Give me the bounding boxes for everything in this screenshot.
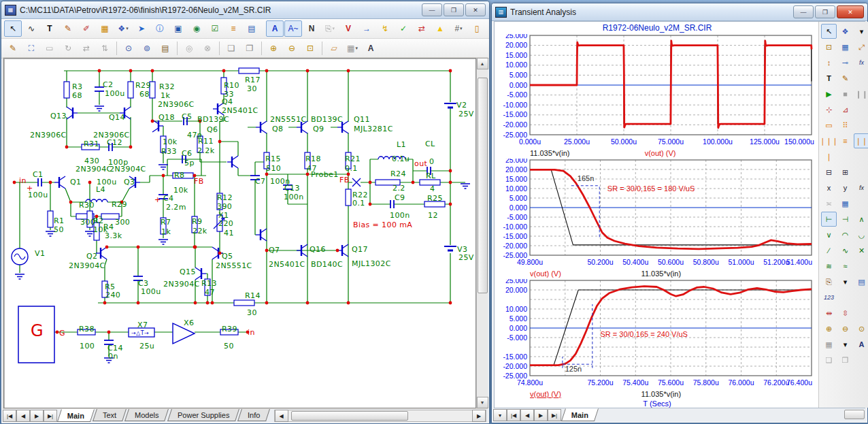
graphics-menu-arrow-icon[interactable]: ▾ <box>854 24 868 39</box>
plot-overlap-icon[interactable]: ❘ <box>821 149 837 164</box>
select-all-icon[interactable]: ⛶ <box>22 40 40 56</box>
schematic-canvas[interactable]: R368C2100uR2968R321k2N3906CR1033R1730Q42… <box>3 58 476 408</box>
legend-item[interactable]: 11.035*v(in) <box>641 390 682 398</box>
fx-scale-icon[interactable]: fx <box>854 180 868 195</box>
tag-point-mode-icon[interactable]: ⊸ <box>837 55 853 70</box>
cursor-branch-mode-icon[interactable]: ⊿ <box>837 102 853 117</box>
find-icon[interactable]: ⊙ <box>120 40 137 56</box>
show-power-icon[interactable]: ↯ <box>376 20 394 37</box>
tag-formula-mode-icon[interactable]: fx <box>854 55 868 70</box>
check-model-mode-icon[interactable]: ▤ <box>243 20 261 37</box>
show-node-voltages-icon[interactable]: V <box>339 20 357 37</box>
page-nav-prev-icon[interactable]: ◀ <box>16 410 30 422</box>
envelope-bottom-icon[interactable]: ≈ <box>837 259 853 274</box>
numeric-output-icon[interactable]: ▤ <box>854 274 868 289</box>
plot-properties-icon[interactable]: ✎ <box>837 71 853 86</box>
go-to-inflection-icon[interactable]: ∿ <box>837 243 853 258</box>
cursor-mode-icon[interactable]: ⊹ <box>821 102 837 117</box>
x-scale-icon[interactable]: x <box>821 180 837 195</box>
link-mode-icon[interactable]: ◉ <box>188 20 205 37</box>
region-enable-mode-icon[interactable]: ☑ <box>206 20 224 37</box>
shape-menu-icon[interactable]: ❖▾ <box>114 20 132 37</box>
horizontal-scroll-thumb[interactable] <box>291 411 408 421</box>
tile-arrow-icon[interactable]: ▾ <box>837 337 853 352</box>
digital-path-mode-icon[interactable]: ≡ <box>224 20 242 37</box>
page-preview-icon[interactable]: ▱ <box>325 40 343 56</box>
bring-to-front-icon[interactable]: ❏ <box>222 40 240 56</box>
zoom-in-icon[interactable]: ⊕ <box>265 40 282 56</box>
legend-item[interactable]: 11.035*v(in) <box>641 270 682 278</box>
restore-button[interactable]: ❐ <box>815 5 835 18</box>
vertical-scale-mode-icon[interactable]: ↕ <box>821 55 837 70</box>
zoom-in-icon[interactable]: ⊕ <box>821 321 837 336</box>
point-tag-mode-icon[interactable]: ▣ <box>169 20 187 37</box>
page-nav-first-icon[interactable]: |◀ <box>3 410 16 422</box>
go-to-crossing-icon[interactable]: ✕ <box>854 243 868 258</box>
scroll-down-icon[interactable]: ▼ <box>477 397 488 408</box>
go-to-peak-icon[interactable]: ∧ <box>854 212 868 227</box>
legend-item[interactable]: v(out) (V) <box>530 390 561 398</box>
tab-main[interactable]: Main <box>561 408 599 421</box>
schematic-vertical-scrollbar[interactable]: ▲ ▼ <box>476 58 488 408</box>
edit-table-icon[interactable]: ▦ <box>837 196 853 211</box>
zoom-100-icon[interactable]: ⊙ <box>854 321 868 336</box>
show-pin-connections-icon[interactable]: ⇄ <box>413 20 431 37</box>
show-currents-icon[interactable]: → <box>358 20 375 37</box>
schematic-titlebar[interactable]: ▦ C:\MC11\DATA\Petrov\R1972-06\finish\R1… <box>1 1 489 19</box>
change-log-icon[interactable]: ▤ <box>156 40 174 56</box>
go-to-valley-icon[interactable]: ∨ <box>821 227 837 242</box>
vertical-scroll-thumb[interactable] <box>478 78 488 293</box>
envelope-top-icon[interactable]: ≋ <box>821 259 837 274</box>
component-browser-icon[interactable]: ▦ <box>96 20 114 37</box>
scale-mode-icon[interactable]: ⤢ <box>854 39 868 54</box>
plot-canvas[interactable]: 125nSR = 30/0,165 = 240 V/uS25.00020.000… <box>496 279 818 388</box>
page-nav-next-icon[interactable]: ▶ <box>30 410 44 422</box>
data-point-labels-icon[interactable]: 123 <box>821 290 837 305</box>
wire-mode-icon[interactable]: ∿ <box>22 20 40 37</box>
close-button[interactable]: ✕ <box>465 3 486 16</box>
zoom-out-icon[interactable]: ⊖ <box>283 40 301 56</box>
tile-menu-icon[interactable]: ▦▾ <box>344 40 361 56</box>
tab-power-supplies[interactable]: Power Supplies <box>167 409 239 421</box>
plot-group-1-icon[interactable]: ❘❘❘ <box>821 133 837 148</box>
go-to-low-icon[interactable]: ◡ <box>854 227 868 242</box>
graphics-menu-icon[interactable]: ❖ <box>837 24 853 39</box>
tab-main[interactable]: Main <box>57 409 95 422</box>
select-mode-icon[interactable]: ↖ <box>821 24 837 39</box>
font-icon[interactable]: A <box>854 337 868 352</box>
legend-item[interactable]: v(out) (V) <box>645 149 676 157</box>
horizontal-scroll-thumb[interactable] <box>844 410 865 419</box>
send-to-back-icon[interactable]: ❐ <box>241 40 258 56</box>
close-button[interactable]: ✕ <box>837 5 864 18</box>
info-mode-icon[interactable]: ➤ <box>133 20 150 37</box>
axes-settings-icon[interactable]: ⊞ <box>837 165 853 180</box>
horizontal-axis-settings-icon[interactable]: ⊟ <box>821 165 837 180</box>
grid-menu-icon[interactable]: #▾ <box>450 20 467 37</box>
scroll-up-icon[interactable]: ▲ <box>477 58 488 69</box>
zoom-out-icon[interactable]: ⊖ <box>837 321 853 336</box>
zoom-window-icon[interactable]: ⊡ <box>821 39 837 54</box>
minimize-button[interactable]: — <box>793 5 814 18</box>
attributes-icon[interactable]: ✎ <box>4 40 22 56</box>
legend-item[interactable]: 11.035*v(in) <box>530 149 570 157</box>
scale-x-axes-icon[interactable]: ⇹ <box>821 306 837 321</box>
cursor-track-icon[interactable]: ⊣ <box>837 212 853 227</box>
y-scale-icon[interactable]: y <box>837 180 853 195</box>
scroll-right-icon[interactable]: ▶ <box>472 410 486 422</box>
cursor-value-icon[interactable]: ⊢ <box>821 212 837 227</box>
data-points-icon[interactable]: ⠿ <box>837 118 853 133</box>
page-nav-prev-icon[interactable]: ◀ <box>520 409 534 421</box>
tile-windows-icon[interactable]: ▦ <box>821 337 837 352</box>
text-mode-icon[interactable]: T <box>41 20 59 37</box>
show-border-icon[interactable]: ▯ <box>468 20 486 37</box>
plot-grouped-icon[interactable]: ≡ <box>837 133 853 148</box>
show-warnings-icon[interactable]: ▲ <box>431 20 449 37</box>
font-icon[interactable]: A <box>362 40 380 56</box>
select-mode-icon[interactable]: ↖ <box>4 20 22 37</box>
page-nav-last-icon[interactable]: ▶| <box>548 409 561 421</box>
legend-item[interactable]: v(out) (V) <box>530 270 561 278</box>
restore-button[interactable]: ❐ <box>444 3 464 16</box>
tab-info[interactable]: Info <box>237 409 270 421</box>
go-to-slope-icon[interactable]: ∕ <box>821 243 837 258</box>
help-mode-icon[interactable]: ⓘ <box>151 20 169 37</box>
